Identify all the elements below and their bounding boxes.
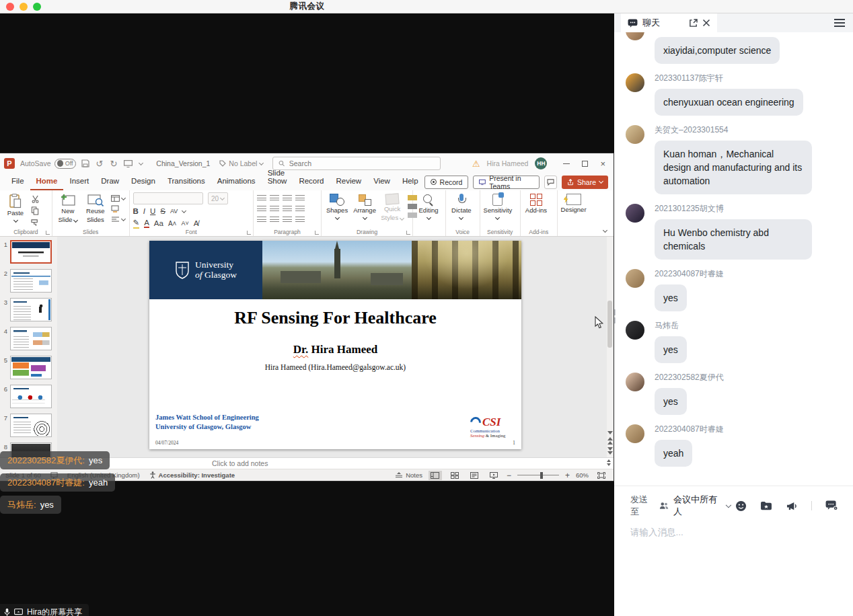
line-spacing-button[interactable] — [283, 195, 292, 202]
notes-scroll-arrows[interactable] — [607, 459, 611, 466]
align-left-button[interactable] — [257, 217, 266, 223]
paste-button[interactable]: Paste — [3, 192, 28, 227]
decrease-indent-button[interactable] — [257, 206, 266, 213]
align-center-button[interactable] — [270, 217, 279, 223]
ppt-close-button[interactable]: × — [600, 159, 605, 168]
avatar[interactable] — [626, 73, 644, 92]
warning-icon[interactable]: ⚠ — [472, 159, 480, 169]
send-to-chevron[interactable] — [726, 502, 731, 508]
slide-thumbnail[interactable]: 6 — [0, 385, 57, 408]
strikethrough-button[interactable]: S — [160, 207, 165, 215]
notes-placeholder[interactable]: Click to add notes — [212, 459, 268, 467]
announcement-icon[interactable] — [786, 501, 798, 511]
reuse-slides-button[interactable]: Reuse Slides — [83, 192, 108, 227]
menu-icon[interactable] — [834, 19, 845, 27]
message-bubble[interactable]: Hu Wenbo chemistry abd chemicals — [655, 219, 812, 260]
italic-button[interactable]: I — [143, 207, 145, 215]
message-bubble[interactable]: Kuan homan，Mechanical design and manufac… — [655, 141, 812, 194]
avatar[interactable] — [626, 125, 644, 144]
font-dialog-launcher[interactable] — [247, 231, 251, 235]
character-spacing-button[interactable]: AV — [170, 208, 178, 215]
document-title[interactable]: China_Version_1 — [156, 159, 210, 167]
paragraph-dialog-launcher[interactable] — [315, 231, 319, 235]
zoom-slider-thumb[interactable] — [540, 472, 543, 479]
section-icon[interactable] — [111, 216, 120, 223]
addins-button[interactable]: Add-ins — [524, 192, 548, 227]
layout-icon[interactable] — [111, 195, 120, 202]
slide-title[interactable]: RF Sensing For Healthcare — [149, 308, 521, 328]
slide-thumbnail[interactable]: 7 — [0, 414, 57, 437]
editing-button[interactable]: Editing — [416, 192, 441, 227]
collapse-ribbon-chevron[interactable] — [603, 228, 607, 233]
emoji-icon[interactable] — [735, 500, 747, 512]
account-avatar[interactable]: HH — [535, 157, 547, 169]
highlight-button[interactable]: ✎ — [133, 218, 140, 229]
slide-thumbnail[interactable]: 1 — [0, 240, 57, 264]
close-icon[interactable] — [702, 19, 710, 27]
avatar[interactable] — [626, 373, 644, 391]
drawing-dialog-launcher[interactable] — [406, 231, 410, 235]
accessibility-status[interactable]: Accessibility: Investigate — [149, 471, 235, 479]
font-name-box[interactable] — [133, 192, 203, 204]
message-bubble[interactable]: yeah — [655, 440, 692, 467]
text-direction-button[interactable] — [295, 195, 305, 202]
popout-icon[interactable] — [689, 19, 698, 28]
normal-view-button[interactable] — [429, 471, 442, 480]
avatar[interactable] — [626, 321, 644, 340]
bullets-button[interactable] — [257, 195, 266, 202]
search-input[interactable] — [289, 159, 435, 167]
avatar[interactable] — [626, 424, 644, 443]
autosave-toggle[interactable]: Off — [54, 159, 76, 169]
reading-view-button[interactable] — [468, 471, 481, 480]
font-size-box[interactable]: 20 — [208, 192, 228, 204]
scrollbar-thumb[interactable] — [607, 301, 612, 348]
ppt-search-box[interactable] — [272, 157, 441, 170]
arrange-button[interactable]: Arrange — [353, 192, 377, 227]
zoom-level[interactable]: 60% — [576, 471, 589, 479]
ribbon-tab[interactable]: Review — [330, 174, 367, 190]
sensitivity-button[interactable]: Sensitivity — [484, 192, 513, 227]
present-in-teams-button[interactable]: Present in Teams — [473, 176, 540, 189]
slide-thumbnail[interactable]: 3 — [0, 298, 57, 321]
chat-settings-icon[interactable] — [825, 500, 838, 511]
qat-customize-chevron[interactable] — [139, 160, 143, 165]
slide-thumbnail[interactable]: 5 — [0, 356, 57, 379]
message-bubble[interactable]: yes — [655, 388, 687, 415]
avatar[interactable] — [626, 204, 644, 223]
zoom-in-button[interactable]: + — [565, 471, 570, 480]
chat-tab[interactable]: 聊天 — [621, 13, 717, 32]
previous-slide-button[interactable] — [607, 437, 613, 445]
format-painter-icon[interactable] — [31, 219, 40, 227]
ppt-minimize-button[interactable] — [563, 163, 570, 164]
ribbon-tab[interactable]: Transitions — [161, 174, 211, 190]
font-color-button[interactable]: A — [144, 219, 149, 228]
fit-to-window-button[interactable] — [595, 471, 608, 480]
slide-thumbnail[interactable]: 2 — [0, 269, 57, 293]
align-right-button[interactable] — [283, 217, 292, 223]
ribbon-tab[interactable]: Insert — [63, 174, 95, 190]
zoom-slider[interactable] — [517, 475, 559, 476]
reset-icon[interactable] — [111, 205, 119, 213]
ribbon-tab[interactable]: Slide Show — [262, 165, 293, 190]
redo-icon[interactable]: ↻ — [110, 159, 117, 168]
ribbon-tab[interactable]: Design — [125, 174, 161, 190]
ribbon-tab[interactable]: Draw — [95, 174, 125, 190]
change-case-button[interactable]: Aa — [154, 219, 163, 227]
dictate-button[interactable]: Dictate — [449, 192, 474, 227]
undo-icon[interactable]: ↺ — [96, 159, 104, 168]
record-button[interactable]: Record — [424, 176, 469, 189]
slideshow-icon[interactable] — [124, 160, 133, 167]
copy-icon[interactable] — [31, 206, 39, 215]
quick-styles-button[interactable]: Quick Styles — [380, 192, 404, 227]
chat-message-input[interactable] — [630, 527, 838, 607]
scroll-down-button[interactable] — [607, 431, 613, 434]
comments-button[interactable] — [544, 176, 557, 189]
slide-contact[interactable]: Hira Hameed (Hira.Hameed@galsgow.ac.uk) — [149, 363, 521, 371]
slide-author[interactable]: Dr. Hira Hameed — [149, 343, 521, 356]
send-to-target[interactable]: 会议中所有人 — [673, 494, 722, 518]
numbering-button[interactable] — [270, 195, 279, 202]
file-icon[interactable] — [760, 501, 772, 511]
ribbon-tab[interactable]: View — [367, 174, 396, 190]
slide-canvas[interactable]: University of Glasgow RF Sensing For Hea… — [149, 241, 521, 449]
columns-button[interactable] — [283, 206, 292, 213]
